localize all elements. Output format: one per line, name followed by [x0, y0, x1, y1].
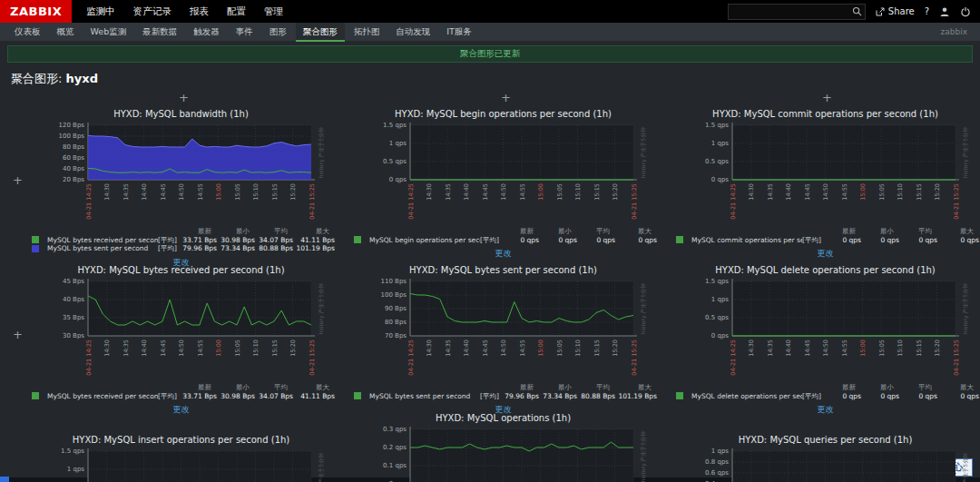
y-axis-label: 110 Bps: [381, 278, 407, 285]
graph-image[interactable]: 110 Bps100 Bps90 Bps80 Bps70 Bps04-21 14…: [347, 277, 660, 379]
y-axis-label: 0.6 qps: [705, 469, 729, 477]
top-menu-item[interactable]: 监测中: [86, 5, 115, 18]
legend-value: 101.19 Bps: [618, 392, 660, 401]
graph-legend: 最新最小平均最大MySQL begin operations per secon…: [347, 227, 660, 244]
x-axis-label: 15:05: [878, 339, 886, 357]
y-axis-label: 1.5 qps: [383, 122, 407, 129]
search-input[interactable]: [729, 5, 854, 17]
add-cell-button[interactable]: +: [179, 93, 189, 103]
graph-image[interactable]: 1.5 qps1 qps0.5 qps0 qps04-21 14:2514:30…: [669, 277, 980, 379]
sub-nav-item[interactable]: IT服务: [439, 23, 479, 42]
sub-nav-item[interactable]: 图形: [262, 23, 294, 42]
add-cell-button[interactable]: +: [13, 330, 23, 339]
legend-header: 最小: [542, 383, 580, 392]
legend-header: 最新: [181, 383, 220, 392]
sub-nav-item[interactable]: 事件: [229, 23, 260, 42]
x-axis-label: 14:55: [197, 183, 204, 201]
zabbix-logo[interactable]: ZABBIX: [0, 0, 72, 23]
x-axis-label: 15:20: [612, 183, 619, 201]
x-axis-label: 14:35: [445, 183, 452, 201]
legend-header: 最大: [940, 383, 980, 392]
user-icon[interactable]: [939, 6, 950, 17]
legend-header: 最大: [618, 383, 660, 392]
x-axis-label: 14:45: [482, 183, 489, 201]
add-cell-button[interactable]: +: [501, 93, 511, 103]
x-axis-label: 14:35: [767, 183, 774, 201]
top-menu-item[interactable]: 配置: [227, 5, 246, 18]
legend-value: 41.11 Bps: [296, 236, 338, 245]
legend-value: 0 qps: [940, 236, 980, 245]
x-axis-label: 15:20: [289, 339, 297, 357]
legend-value: 33.71 Bps: [181, 392, 220, 401]
search-box: [728, 4, 866, 20]
x-axis-label: 14:40: [141, 183, 148, 201]
legend-value: 79.96 Bps: [181, 244, 220, 253]
x-axis-label: 14:55: [519, 183, 526, 201]
x-axis-label: 14:55: [519, 339, 526, 357]
y-axis-label: 0 qps: [711, 332, 730, 339]
screen-cell: HYXD: MySQL bandwidth (1h)120 Bps100 Bps…: [24, 109, 338, 269]
signout-icon[interactable]: [960, 6, 971, 17]
y-axis-label: 1 qps: [711, 296, 730, 303]
legend-header: 最大: [940, 227, 980, 236]
x-axis-label: 15:15: [593, 183, 601, 201]
legend-header: 最小: [542, 227, 580, 236]
graph-legend: 最新最小平均最大MySQL bytes sent per second[平均]7…: [347, 383, 660, 400]
change-link[interactable]: 更改: [669, 248, 980, 260]
graph-image[interactable]: 1 qps0.8 qps0.6 qps0.4 qps0.2 qps0 qps04…: [669, 447, 980, 482]
legend-swatch: [354, 392, 361, 399]
x-axis-label: 15:20: [289, 183, 297, 201]
legend-header: 最小: [220, 227, 258, 236]
top-menu-item[interactable]: 管理: [264, 5, 283, 18]
sub-nav-item[interactable]: 触发器: [186, 23, 227, 42]
legend-series-label: MySQL bytes received per second: [44, 236, 158, 245]
sub-nav-item[interactable]: 仪表板: [7, 23, 48, 42]
change-link[interactable]: 更改: [347, 248, 660, 260]
graph-image[interactable]: 45 Bps40 Bps35 Bps30 Bps04-21 14:2514:30…: [24, 277, 338, 379]
sub-nav-item[interactable]: 拓扑图: [347, 23, 387, 42]
y-axis-label: 100 Bps: [381, 291, 407, 299]
x-axis-label: 14:35: [122, 183, 130, 201]
legend-value: 0 qps: [902, 392, 940, 401]
graph-image[interactable]: 1.5 qps1 qps0.5 qps0 qps04-21 14:2514:30…: [24, 447, 338, 482]
legend-function: [平均]: [802, 392, 826, 401]
x-axis-label: 15:20: [934, 339, 941, 357]
legend-value: 101.19 Bps: [296, 244, 338, 253]
change-link[interactable]: 更改: [24, 404, 338, 416]
x-axis-label: 14:55: [197, 339, 204, 357]
graph-image[interactable]: 120 Bps100 Bps80 Bps60 Bps40 Bps20 Bps04…: [24, 121, 338, 222]
x-axis-label: 15:05: [234, 183, 241, 201]
change-link[interactable]: 更改: [669, 404, 980, 416]
legend-function: [平均]: [802, 236, 826, 245]
sub-nav-item[interactable]: Web监测: [83, 23, 134, 42]
sub-nav-item[interactable]: 自动发现: [388, 23, 437, 42]
graph-watermark: history 产生于5分钟: [640, 431, 647, 482]
help-button[interactable]: ?: [925, 6, 929, 16]
sub-nav-item[interactable]: 最新数据: [135, 23, 184, 42]
sub-nav-item[interactable]: 聚合图形: [296, 23, 345, 42]
x-axis-label: 04-21 15:25: [953, 339, 960, 376]
x-axis-label: 15:15: [271, 339, 279, 357]
legend-value: 0 qps: [618, 236, 660, 245]
graph-image[interactable]: 1.5 qps1 qps0.5 qps0 qps04-21 14:2514:30…: [347, 121, 660, 222]
x-axis-label: 04-21 15:25: [309, 339, 316, 376]
legend-value: 34.07 Bps: [258, 236, 296, 245]
x-axis-label: 14:40: [785, 183, 792, 201]
add-cell-button[interactable]: +: [13, 176, 23, 185]
graph-image[interactable]: 1.5 qps1 qps0.5 qps0 qps04-21 14:2514:30…: [669, 121, 980, 222]
graph-image[interactable]: 0.3 qps0.2 qps0.1 qps0 qps04-21 14:2514:…: [347, 425, 660, 482]
legend-value: 30.98 Bps: [220, 392, 258, 401]
legend-value: 33.71 Bps: [181, 236, 220, 245]
x-axis-label: 15:10: [252, 183, 260, 201]
top-menu-item[interactable]: 资产记录: [133, 5, 172, 18]
y-axis-label: 0 qps: [389, 176, 407, 183]
sub-nav-item[interactable]: 概览: [50, 23, 82, 42]
top-menu-item[interactable]: 报表: [190, 5, 209, 18]
share-button[interactable]: Share: [876, 6, 915, 16]
search-icon[interactable]: [852, 6, 862, 16]
screen-cell: HYXD: MySQL queries per second (1h)1 qps…: [669, 435, 980, 482]
add-cell-button[interactable]: +: [822, 93, 832, 103]
y-axis-label: 0.5 qps: [383, 158, 407, 165]
x-axis-label: 14:40: [141, 339, 148, 357]
x-axis-label: 04-21 14:25: [85, 183, 93, 220]
